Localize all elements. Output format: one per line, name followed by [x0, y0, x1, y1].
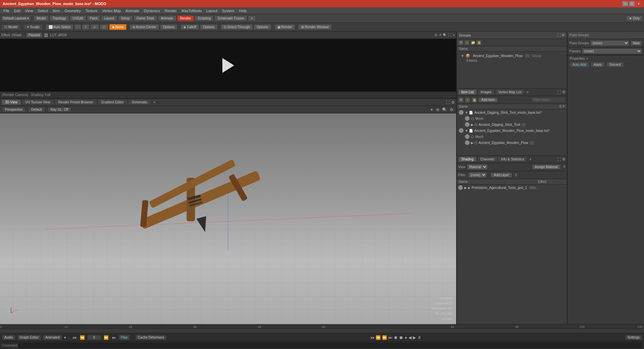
scene-canvas[interactable]: X Y Z No Items Channels: 0 Deformers: ON…: [0, 113, 456, 324]
shading-item[interactable]: ▶ ◈ Prehistoric_Agricultural_Tools_geo_1…: [457, 185, 567, 191]
menu-edit[interactable]: Edit: [12, 8, 22, 13]
menu-animate[interactable]: Animate: [123, 8, 141, 13]
il-lock-icon[interactable]: 🔒: [472, 97, 477, 103]
pass-groups-select[interactable]: (none): [590, 40, 629, 46]
tab-paint[interactable]: Paint: [87, 15, 101, 21]
tab-model[interactable]: Model: [34, 15, 49, 21]
sh-tab-channels[interactable]: Channels: [477, 156, 497, 162]
list-item[interactable]: ⬡ Mesh: [457, 134, 567, 140]
transport-icon6[interactable]: ⏹: [399, 335, 403, 340]
menu-layout[interactable]: Layout: [204, 8, 219, 13]
render-fullscreen-icon[interactable]: ⛶: [448, 33, 451, 37]
command-input[interactable]: [19, 343, 642, 348]
auto-add-button[interactable]: Auto Add: [570, 62, 589, 67]
group-item-row[interactable]: ▼ 📦 Ancient_Egyptian_Wooden_Plow (3) : G…: [460, 53, 564, 59]
transport-icon4[interactable]: ⏭: [388, 335, 392, 340]
only-button[interactable]: ★ Only: [626, 15, 643, 21]
minimize-button[interactable]: ─: [623, 1, 628, 6]
il-add-icon[interactable]: +: [465, 97, 470, 103]
transport-icon1[interactable]: ⏮: [370, 335, 374, 340]
menu-geometry[interactable]: Geometry: [62, 8, 83, 13]
poly-btn[interactable]: ▱: [90, 24, 99, 30]
menu-system[interactable]: System: [220, 8, 236, 13]
render-btn[interactable]: ▣ Render: [274, 24, 296, 30]
paused-button[interactable]: Paused: [26, 33, 42, 38]
sh-expand-icon[interactable]: ⛶: [557, 157, 561, 161]
frame-input[interactable]: [88, 335, 101, 340]
ray-gl-toggle[interactable]: Ray GL: Off: [48, 107, 71, 112]
layout-dropdown[interactable]: Default Layouts ▾: [1, 16, 31, 21]
cache-deformers-button[interactable]: Cache Deformers: [136, 335, 166, 340]
render-window-btn[interactable]: ⊞ Render Window: [298, 24, 332, 30]
render-zoom-icon[interactable]: 🔍: [443, 33, 447, 37]
il-tab-images[interactable]: Images: [478, 89, 495, 95]
shading-filter-select[interactable]: (none): [468, 172, 487, 178]
groups-settings-icon[interactable]: ⚙: [561, 33, 565, 37]
passes-select[interactable]: (none): [582, 48, 642, 54]
transport-icon8[interactable]: ◀: [409, 335, 412, 340]
tab-render[interactable]: Render: [177, 15, 194, 21]
skip-end-button[interactable]: ⏭: [111, 335, 117, 340]
tab-layout[interactable]: Layout: [101, 15, 117, 21]
add-layer-button[interactable]: Add Layer: [491, 172, 512, 178]
il-add-tab-btn[interactable]: +: [525, 90, 530, 95]
play-button[interactable]: Play: [119, 335, 130, 340]
default-dropdown[interactable]: Default: [28, 107, 45, 112]
tab-topology[interactable]: Topology: [50, 15, 69, 21]
sh-settings-icon[interactable]: ⚙: [562, 157, 566, 161]
vp-tab-3dview[interactable]: 3D View: [1, 99, 21, 105]
menu-help[interactable]: Help: [237, 8, 249, 13]
properties-add-icon[interactable]: +: [586, 57, 588, 60]
tab-uvedit[interactable]: UVEdit: [70, 15, 86, 21]
menu-vertex-map[interactable]: Vertex Map: [100, 8, 123, 13]
groups-lock-icon[interactable]: 🔒: [476, 40, 482, 45]
vp-tab-gradient[interactable]: Gradient Editor: [98, 99, 127, 105]
transport-icon7[interactable]: ●: [405, 335, 407, 340]
animated-button[interactable]: Animated: [43, 335, 62, 340]
tab-game-tools[interactable]: Game Tools: [133, 15, 157, 21]
vp-tab-schematic[interactable]: Schematic: [128, 99, 151, 105]
tab-scripting[interactable]: Scripting: [195, 15, 214, 21]
audio-button[interactable]: Audio: [2, 335, 15, 340]
menu-render[interactable]: Render: [163, 8, 179, 13]
settings-button[interactable]: Settings: [625, 335, 642, 340]
transport-icon5[interactable]: ⏺: [394, 335, 398, 340]
perspective-dropdown[interactable]: Perspective: [2, 107, 25, 112]
transport-icon10[interactable]: ⏸: [417, 335, 421, 340]
filter-items-input[interactable]: [531, 97, 566, 102]
transport-icon2[interactable]: ⏪: [376, 335, 381, 340]
list-item[interactable]: ▶ ⬡ Ancient_Digging_Stick_Tool (2): [457, 121, 567, 128]
list-item[interactable]: ▼ 📄 Ancient_Digging_Stick_Tool_modo_base…: [457, 109, 567, 115]
list-item[interactable]: ⬡ Mesh: [457, 115, 567, 121]
options3-btn[interactable]: Options: [254, 24, 271, 30]
render-more-icon[interactable]: ≡: [453, 33, 455, 37]
sh-add-tab-btn[interactable]: +: [528, 157, 533, 162]
prev-frame-button[interactable]: ⏪: [79, 335, 86, 340]
render-refresh-icon[interactable]: ↺: [439, 33, 441, 37]
menu-view[interactable]: View: [23, 8, 35, 13]
new-pass-group-button[interactable]: New: [631, 41, 642, 46]
next-frame-button[interactable]: ⏩: [103, 335, 109, 340]
discard-button[interactable]: Discard: [606, 62, 624, 67]
list-item[interactable]: ▼ 📄 Ancient_Egyptian_Wooden_Plow_modo_ba…: [457, 128, 567, 134]
maximize-button[interactable]: □: [629, 1, 635, 6]
add-item-button[interactable]: Add Item: [478, 97, 498, 102]
vp-tab-render-preset[interactable]: Render Preset Browser: [55, 99, 97, 105]
items-btn[interactable]: ■ Items: [109, 24, 126, 30]
il-tab-vertex-map[interactable]: Vertex Map List: [495, 89, 525, 95]
groups-expand-icon[interactable]: ⛶: [557, 33, 561, 37]
vp-settings-icon[interactable]: ⚙: [451, 100, 455, 105]
groups-eye-icon[interactable]: 👁: [458, 40, 464, 45]
animated-dropdown-icon[interactable]: ▾: [64, 335, 66, 340]
close-button[interactable]: ✕: [636, 1, 641, 6]
il-filter-icon[interactable]: F: [563, 105, 565, 108]
select-through-btn[interactable]: ⊡ Select Through: [221, 24, 253, 30]
shading-view-select[interactable]: Material: [467, 164, 488, 170]
add-tab-btn[interactable]: +: [248, 15, 256, 21]
menu-file[interactable]: File: [1, 8, 11, 13]
menu-select[interactable]: Select: [36, 8, 50, 13]
vp-tab-uv[interactable]: UV Texture View: [22, 99, 54, 105]
options2-btn[interactable]: Options: [200, 24, 217, 30]
il-settings-icon[interactable]: ⚙: [562, 90, 566, 94]
transport-icon9[interactable]: ▶: [413, 335, 416, 340]
